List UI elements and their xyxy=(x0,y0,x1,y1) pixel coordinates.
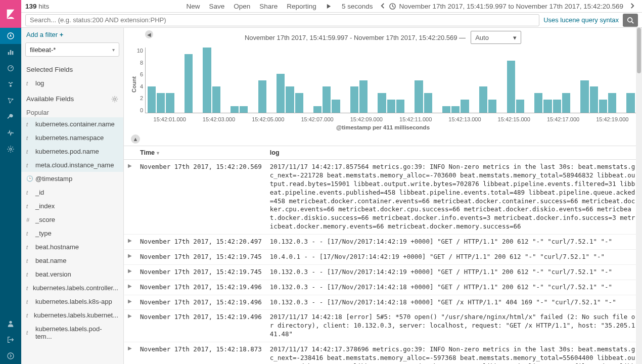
histogram-bar[interactable] xyxy=(378,93,386,113)
histogram-interval-select[interactable]: Auto ▾ xyxy=(471,31,521,44)
field-item[interactable]: tkubernetes.namespace xyxy=(21,131,123,145)
histogram-bar[interactable] xyxy=(231,106,239,113)
autorefresh-play-button[interactable] xyxy=(326,3,333,10)
field-item[interactable]: tkubernetes.labels.kubernet... xyxy=(21,308,123,322)
time-column-header[interactable]: Time▼ xyxy=(136,146,266,160)
expand-row-button[interactable]: ▶ xyxy=(124,235,136,250)
timerange-next[interactable] xyxy=(626,3,638,10)
histogram-bar[interactable] xyxy=(516,100,524,113)
nav-account[interactable] xyxy=(0,315,21,332)
histogram-bar[interactable] xyxy=(608,93,616,113)
new-button[interactable]: New xyxy=(186,3,200,10)
selected-fields-header: Selected Fields xyxy=(21,61,123,76)
histogram-bar[interactable] xyxy=(295,93,303,113)
histogram-bar[interactable] xyxy=(580,80,588,113)
histogram-bar[interactable] xyxy=(553,100,561,113)
nav-visualize[interactable] xyxy=(0,44,21,60)
search-input[interactable] xyxy=(25,14,539,26)
histogram-chart[interactable]: Count 1086420 15:42:01.00015:42:03.00015… xyxy=(124,45,642,123)
add-filter-button[interactable]: Add a filter + xyxy=(21,28,123,41)
scrollbar[interactable] xyxy=(636,28,642,364)
histogram-bar[interactable] xyxy=(488,100,496,113)
field-item[interactable]: tbeat.version xyxy=(21,267,123,281)
expand-row-button[interactable]: ▶ xyxy=(124,280,136,295)
histogram-bar[interactable] xyxy=(396,100,404,113)
histogram-bar[interactable] xyxy=(543,100,552,113)
field-item[interactable]: tkubernetes.labels.k8s-app xyxy=(21,295,123,308)
histogram-bar[interactable] xyxy=(286,86,294,113)
histogram-bar[interactable] xyxy=(323,86,331,113)
histogram-bar[interactable] xyxy=(258,80,266,113)
timerange-prev[interactable] xyxy=(377,3,389,10)
nav-logout[interactable] xyxy=(0,332,21,348)
histogram-bar[interactable] xyxy=(451,106,460,113)
search-submit-button[interactable] xyxy=(623,14,638,27)
field-item[interactable]: tmeta.cloud.instance_name xyxy=(21,158,123,172)
expand-row-button[interactable]: ▶ xyxy=(124,264,136,280)
nav-graph[interactable] xyxy=(0,93,21,109)
histogram-bar[interactable] xyxy=(415,80,423,113)
field-item[interactable]: tbeat.hostname xyxy=(21,240,123,254)
timerange-picker[interactable]: November 17th 2017, 15:41:59.997 to Nove… xyxy=(399,3,623,10)
field-item[interactable]: tbeat.name xyxy=(21,254,123,267)
histogram-bar[interactable] xyxy=(332,100,340,113)
histogram-bar[interactable] xyxy=(479,86,487,113)
histogram-bar[interactable] xyxy=(626,93,634,113)
scroll-to-top-button[interactable]: ▲ xyxy=(131,134,140,144)
lucene-syntax-link[interactable]: Uses lucene query syntax xyxy=(543,16,619,24)
field-item[interactable]: tkubernetes.labels.pod-tem... xyxy=(21,322,123,343)
histogram-bar[interactable] xyxy=(562,93,570,113)
nav-monitoring[interactable] xyxy=(0,125,21,141)
field-item[interactable]: t_index xyxy=(21,199,123,213)
index-pattern-select[interactable]: filebeat-* ▾ xyxy=(25,42,119,57)
field-item[interactable]: tkubernetes.labels.controller... xyxy=(21,281,123,295)
fields-settings-button[interactable] xyxy=(111,96,118,103)
expand-row-button[interactable]: ▶ xyxy=(124,249,136,264)
field-item[interactable]: tlog xyxy=(21,76,123,90)
nav-timelion[interactable] xyxy=(0,76,21,93)
sidebar-collapse-button[interactable]: ◀ xyxy=(145,30,153,38)
field-item[interactable]: 🕒@timestamp xyxy=(21,172,123,186)
histogram-bar[interactable] xyxy=(424,93,432,113)
field-item[interactable]: #_score xyxy=(21,213,123,226)
save-button[interactable]: Save xyxy=(209,3,224,10)
histogram-bar[interactable] xyxy=(599,100,607,113)
expand-row-button[interactable]: ▶ xyxy=(124,342,136,365)
histogram-bar[interactable] xyxy=(387,100,395,113)
histogram-bar[interactable] xyxy=(507,61,515,113)
histogram-bar[interactable] xyxy=(313,106,322,113)
histogram-bar[interactable] xyxy=(166,93,174,113)
autorefresh-interval[interactable]: 5 seconds xyxy=(342,3,373,10)
field-item[interactable]: t_id xyxy=(21,186,123,199)
reporting-button[interactable]: Reporting xyxy=(287,3,316,10)
field-item[interactable]: tkubernetes.container.name xyxy=(21,117,123,131)
histogram-bar[interactable] xyxy=(359,80,368,113)
histogram-bar[interactable] xyxy=(534,93,542,113)
histogram-bar[interactable] xyxy=(148,86,156,113)
histogram-bar[interactable] xyxy=(442,106,450,113)
histogram-bar[interactable] xyxy=(203,48,211,113)
scrollbar-thumb[interactable] xyxy=(637,28,641,73)
nav-dashboard[interactable] xyxy=(0,60,21,76)
nav-collapse[interactable] xyxy=(0,348,21,364)
histogram-bar[interactable] xyxy=(212,86,220,113)
histogram-bar[interactable] xyxy=(350,86,358,113)
histogram-bar[interactable] xyxy=(185,54,193,113)
field-item[interactable]: t_type xyxy=(21,226,123,240)
expand-row-button[interactable]: ▶ xyxy=(124,295,136,310)
histogram-bar[interactable] xyxy=(590,86,598,113)
histogram-bar[interactable] xyxy=(157,93,165,113)
field-item[interactable]: tkubernetes.pod.name xyxy=(21,145,123,158)
nav-discover[interactable] xyxy=(0,28,21,44)
log-column-header[interactable]: log xyxy=(266,146,642,160)
expand-row-button[interactable]: ▶ xyxy=(124,310,136,342)
kibana-logo[interactable] xyxy=(0,0,21,28)
share-button[interactable]: Share xyxy=(259,3,278,10)
open-button[interactable]: Open xyxy=(234,3,250,10)
expand-row-button[interactable]: ▶ xyxy=(124,160,136,235)
nav-management[interactable] xyxy=(0,141,21,157)
histogram-bar[interactable] xyxy=(277,74,285,113)
nav-devtools[interactable] xyxy=(0,109,21,125)
histogram-bar[interactable] xyxy=(461,100,469,113)
histogram-bar[interactable] xyxy=(240,106,248,113)
